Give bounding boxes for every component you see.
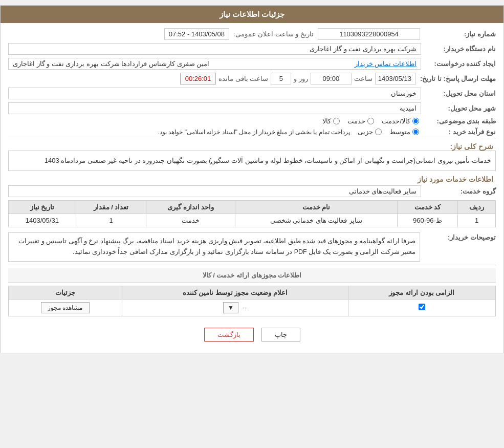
announce-label: تاریخ و ساعت اعلان عمومی: (233, 30, 314, 38)
category-radio-kala-khedmat[interactable] (412, 118, 419, 124)
deadline-days-label: روز و (294, 75, 308, 82)
permit-details-cell: مشاهده مجوز (9, 299, 122, 316)
service-table: ردیف کد خدمت نام خدمت واحد اندازه گیری ت… (8, 200, 496, 227)
process-option-motavaset[interactable]: متوسط (389, 128, 419, 136)
permit-section-header: اطلاعات مجوزهای ارائه خدمت / کالا (8, 268, 496, 283)
category-option-kala-khedmat[interactable]: کالا/خدمت (382, 117, 419, 125)
buyer-org-value: شرکت بهره برداری نفت و گاز اغاجاری (8, 43, 421, 55)
permit-col-required: الزامی بودن ارائه مجوز (348, 286, 495, 299)
cell-qty: 1 (76, 214, 146, 227)
group-value: سایر فعالیت‌های خدماتی (8, 185, 421, 197)
category-radio-group: کالا/خدمت خدمت کالا (8, 117, 419, 125)
category-radio-kala[interactable] (333, 118, 340, 124)
process-radio-jozii[interactable] (375, 129, 382, 135)
province-label: استان محل تحویل: (424, 90, 496, 97)
need-desc-label: شرح کلی نیاز: (450, 142, 496, 151)
permit-col-status: اعلام وضعیت مجوز توسط نامین کننده (122, 286, 348, 299)
permit-status-dropdown[interactable]: ▼ (223, 302, 238, 313)
need-desc-value: خدمات تأمین نیروی انسانی(جراست و نگهبانی… (8, 151, 496, 171)
process-options: متوسط جزیی پرداخت تمام یا بخشی از مبلغ خ… (8, 128, 419, 136)
permit-required-cell (348, 299, 495, 316)
category-option-khedmat[interactable]: خدمت (347, 117, 374, 125)
cell-unit: خدمت (146, 214, 235, 227)
process-label: نوع فرآیند خرید : (424, 128, 496, 136)
back-button[interactable]: بازگشت (204, 328, 254, 342)
col-unit: واحد اندازه گیری (146, 201, 235, 214)
print-button[interactable]: چاپ (261, 328, 300, 342)
page-header: جزئیات اطلاعات نیاز (1, 6, 503, 23)
permit-row: -- ▼ مشاهده مجوز (9, 299, 496, 316)
cell-name: سایر فعالیت های خدماتی شخصی (235, 214, 398, 227)
announce-value: 1403/05/08 - 07:52 (164, 28, 229, 40)
category-label: طبقه بندی موضوعی: (424, 117, 496, 125)
cell-code: ط-96-960 (397, 214, 457, 227)
need-number-label: شماره نیاز: (424, 30, 496, 38)
buyer-notes-label: توصیحات خریدار: (424, 232, 496, 241)
cell-row: 1 (458, 214, 496, 227)
col-code: کد خدمت (397, 201, 457, 214)
city-label: شهر محل تحویل: (424, 104, 496, 112)
table-row: 1 ط-96-960 سایر فعالیت های خدماتی شخصی خ… (9, 214, 496, 227)
cell-date: 1403/05/31 (9, 214, 76, 227)
footer-buttons: چاپ بازگشت (8, 322, 496, 348)
process-option-jozii[interactable]: جزیی (358, 128, 382, 136)
buyer-org-label: نام دستگاه خریدار: (424, 45, 496, 53)
category-option-kala[interactable]: کالا (322, 117, 340, 125)
deadline-remaining: 00:26:01 (180, 73, 216, 84)
category-radio-khedmat[interactable] (367, 118, 374, 124)
contact-link[interactable]: اطلاعات تماس خریدار (355, 60, 417, 68)
permit-status-cell: -- ▼ (122, 299, 348, 316)
col-name: نام خدمت (235, 201, 398, 214)
service-info-label: اطلاعات خدمات مورد نیاز (418, 175, 496, 183)
permit-required-checkbox[interactable] (419, 304, 425, 310)
creator-value: امین صفری کارشناس قراردادها شرکت بهره بر… (13, 60, 209, 68)
buyer-notes-text: صرفا ارائه گواهینامه و مجوزهای قید شده ط… (8, 232, 420, 262)
process-note: پرداخت تمام یا بخشی از مبلغ خریدار از مح… (158, 129, 350, 136)
deadline-time-label: ساعت (354, 75, 372, 82)
deadline-days: 5 (271, 73, 291, 84)
city-value: امیدیه (8, 102, 421, 114)
col-row: ردیف (458, 201, 496, 214)
need-number-value: 1103093228000954 (318, 28, 420, 40)
deadline-label: مهلت ارسال پاسخ: تا تاریخ: (420, 75, 496, 82)
permit-table: الزامی بودن ارائه مجوز اعلام وضعیت مجوز … (8, 286, 496, 316)
col-date: تاریخ نیاز (9, 201, 76, 214)
group-label: گروه خدمت: (424, 187, 496, 195)
province-value: خوزستان (8, 88, 421, 99)
deadline-time: 09:00 (311, 73, 352, 84)
process-radio-motavaset[interactable] (412, 129, 419, 135)
page-title: جزئیات اطلاعات نیاز (220, 10, 284, 18)
deadline-date: 1403/05/13 (375, 73, 416, 84)
deadline-remaining-label: ساعت باقی مانده (218, 75, 268, 82)
permit-col-details: جزئیات (9, 286, 122, 299)
col-qty: تعداد / مقدار (76, 201, 146, 214)
creator-label: ایجاد کننده درخواست: (424, 60, 496, 68)
permit-view-button[interactable]: مشاهده مجوز (41, 302, 89, 313)
